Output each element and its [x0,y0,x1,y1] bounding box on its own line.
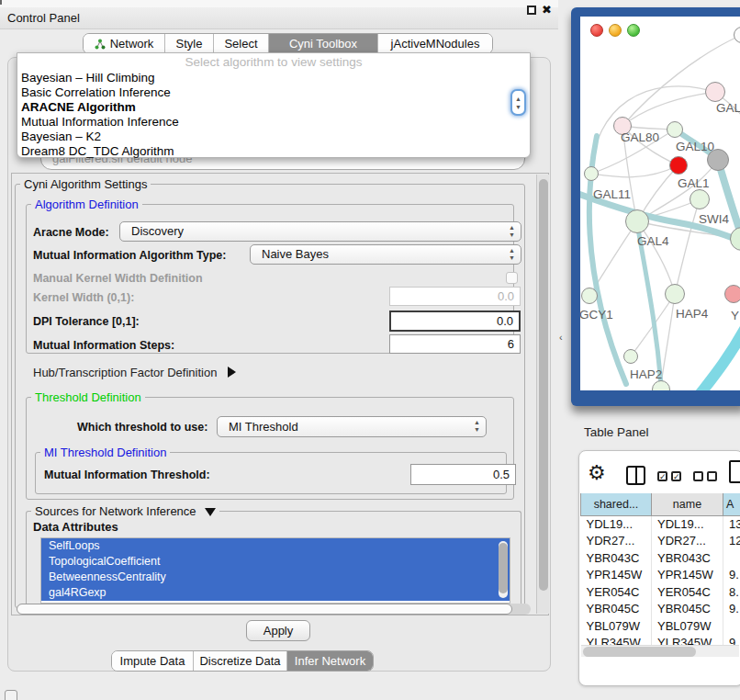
tab-style[interactable]: Style [165,34,214,53]
tab-network[interactable]: Network [84,34,165,53]
checkbox-checked-icon[interactable]: ✓ [671,471,681,481]
data-attributes-list[interactable]: SelfLoopsTopologicalCoefficientBetweenne… [40,537,510,604]
checkbox-unchecked-icon[interactable] [707,471,717,481]
bottom-left-widget-icon[interactable] [5,690,17,700]
tab-select[interactable]: Select [214,34,269,53]
tab-cyni-toolbox[interactable]: Cyni Toolbox [269,34,378,53]
combobox-focus-stepper[interactable]: ▲▼ [510,89,526,116]
attribute-list-item[interactable]: TopologicalCoefficient [41,554,510,570]
tab-discretize-data[interactable]: Discretize Data [194,651,287,671]
table-cell[interactable]: YER054C [652,583,723,601]
network-node-hap2[interactable] [623,349,638,364]
table-cell[interactable]: YBL079W [652,617,723,635]
column-header-partial[interactable]: A [723,493,740,515]
settings-horizontal-scrollbar[interactable] [17,604,531,615]
attribute-list-item[interactable]: BetweennessCentrality [41,570,510,585]
table-cell[interactable]: YBR045C [652,601,723,618]
table-row[interactable]: YBR043CYBR043C [581,549,740,567]
table-cell[interactable]: YLR345W [652,635,723,646]
network-node-gal[interactable] [705,82,725,102]
aracne-mode-combobox[interactable]: Discovery ▲▼ [119,221,521,242]
network-node-gal4[interactable] [625,209,649,233]
table-cell[interactable]: YBR043C [652,549,723,567]
table-row[interactable]: YBR045CYBR045C9. [581,601,740,618]
window-minimize-button[interactable] [609,24,622,37]
table-row[interactable]: YDL19...YDL19...13 [581,515,740,533]
node-table[interactable]: shared... name A YDL19...YDL19...13YDR27… [580,493,740,645]
network-node-gal10[interactable] [667,121,683,138]
manual-kernel-checkbox[interactable] [506,272,518,284]
dpi-tolerance-field[interactable]: 0.0 [389,310,521,332]
tab-infer-network[interactable]: Infer Network [287,651,373,671]
tab-impute-data[interactable]: Impute Data [112,651,194,671]
table-cell[interactable]: YLR345W [581,635,652,646]
tab-jactivemnodules[interactable]: jActiveMNodules [378,34,492,53]
table-cell[interactable]: 8. [723,583,740,601]
kernel-width-field[interactable]: 0.0 [389,287,521,306]
dropdown-item[interactable]: ARACNE Algorithm [17,100,530,115]
column-layout-icon[interactable] [626,466,645,485]
table-cell[interactable]: YDR27... [652,533,723,550]
mi-steps-field[interactable]: 6 [389,334,521,354]
table-cell[interactable]: 9. [723,601,740,618]
checkbox-checked-icon[interactable]: ✓ [657,471,667,481]
table-row[interactable]: YBL079WYBL079W [581,617,740,635]
table-cell[interactable]: 9. [723,567,740,584]
close-icon[interactable]: ✖ [542,3,552,17]
hub-definition-expander[interactable]: Hub/Transcription Factor Definition [33,366,236,379]
table-cell[interactable]: 13 [723,515,740,533]
table-cell[interactable]: YBL079W [581,617,652,635]
table-row[interactable]: YLR345WYLR345W9. [581,635,740,646]
table-cell[interactable]: 12 [723,533,740,550]
table-cell[interactable]: YBR043C [581,549,652,567]
sources-group-label[interactable]: Sources for Network Inference [31,504,219,518]
gear-icon[interactable]: ⚙ [588,461,606,485]
table-row[interactable]: YER054CYER054C8. [581,583,740,601]
table-horizontal-scrollbar[interactable] [581,645,739,657]
network-node-gal1[interactable] [690,189,710,209]
column-header-name[interactable]: name [652,493,723,515]
dropdown-item[interactable]: Mutual Information Inference [17,115,530,130]
network-node-gal11[interactable] [584,166,599,181]
network-node-hap4[interactable] [665,284,685,304]
network-node[interactable] [669,156,688,175]
network-node[interactable] [707,149,729,171]
attribute-list-item[interactable]: SelfLoops [41,538,510,554]
window-close-button[interactable] [590,24,603,37]
table-cell[interactable]: YPR145W [581,567,652,584]
table-cell[interactable]: YBR045C [581,601,652,618]
table-row[interactable]: YPR145WYPR145W9. [581,567,740,584]
scrollbar-thumb[interactable] [539,179,548,591]
scrollbar-thumb[interactable] [583,647,696,657]
settings-vertical-scrollbar[interactable] [536,175,549,614]
table-cell[interactable] [723,617,740,635]
scrollbar-thumb[interactable] [17,604,512,615]
network-node-gcy1[interactable] [581,288,598,304]
mi-type-combobox[interactable]: Naive Bayes ▲▼ [250,244,521,265]
dropdown-item[interactable]: Bayesian – Hill Climbing [17,71,530,85]
attr-list-scrollbar[interactable] [499,541,508,598]
table-cell[interactable]: YDL19... [581,515,652,533]
dropdown-item[interactable]: Basic Correlation Inference [17,85,530,100]
table-cell[interactable]: YDL19... [652,515,723,533]
attribute-list-item[interactable]: gal4RGexp [41,585,510,601]
table-cell[interactable]: 9. [723,635,740,646]
table-cell[interactable]: YER054C [581,583,652,601]
network-node-y[interactable] [724,285,740,303]
which-threshold-combobox[interactable]: MI Threshold ▲▼ [217,416,487,437]
table-cell[interactable]: YDR27... [581,533,652,550]
checkbox-unchecked-icon[interactable] [693,471,703,481]
mi-threshold-field[interactable]: 0.5 [410,464,516,485]
document-icon[interactable] [729,460,740,483]
apply-button[interactable]: Apply [246,620,310,641]
splitter-collapse-icon[interactable]: ‹ [559,332,563,343]
network-canvas[interactable]: GALGAL80GAL10GAL1GAL11GAL4SWI4GCY1HAP4YH… [580,17,740,390]
table-cell[interactable]: YPR145W [652,567,723,584]
window-zoom-button[interactable] [627,24,640,37]
column-header-shared-name[interactable]: shared... [581,493,652,515]
float-window-icon[interactable] [527,6,536,15]
dropdown-item[interactable]: Bayesian – K2 [17,130,530,144]
table-cell[interactable] [723,549,740,567]
dropdown-item[interactable]: Dream8 DC_TDC Algorithm [17,144,530,159]
table-row[interactable]: YDR27...YDR27...12 [581,533,740,550]
